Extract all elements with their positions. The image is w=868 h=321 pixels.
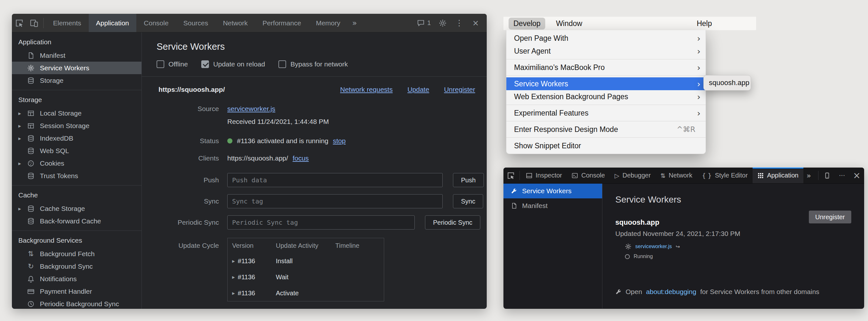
menu-item-show-snippet-editor[interactable]: Show Snippet Editor [506,139,706,152]
serviceworker-file-link[interactable]: serviceworker.js [227,105,275,113]
focus-link[interactable]: focus [292,154,309,162]
service-worker-details: https://squoosh.app/ Network requests Up… [142,77,487,309]
page-title: Service Workers [157,41,475,52]
disclosure-triangle-icon[interactable]: ▸ [232,290,235,296]
settings-button[interactable] [435,19,450,27]
tab-console[interactable]: Console [136,14,176,32]
tab-performance[interactable]: Performance [255,14,308,32]
network-requests-link[interactable]: Network requests [340,86,393,94]
sidebar-item-back-forward-cache[interactable]: Back-forward Cache [12,215,142,227]
sidebar-item-service-workers[interactable]: Service Workers [12,62,142,74]
jump-to-debugger-icon[interactable]: ↪ [676,244,680,250]
more-tools-button[interactable]: » [803,168,814,183]
sidebar-item-cache-storage[interactable]: ▸ Cache Storage [12,202,142,215]
menu-item-experimental-features[interactable]: Experimental Features › [506,107,706,119]
menu-item-label: Web Extension Background Pages [514,93,628,101]
menu-item-web-extension-background-pages[interactable]: Web Extension Background Pages › [506,90,706,103]
unregister-link[interactable]: Unregister [444,86,475,94]
menubar-item-window[interactable]: Window [551,17,587,30]
sidebar-item-cookies[interactable]: ▸ Cookies [12,157,142,170]
sidebar-section-background-services: Background Services ⇅ Background Fetch ↻… [12,231,142,309]
menu-item-open-page-with[interactable]: Open Page With › [506,32,706,45]
close-devtools-button[interactable]: × [849,168,864,183]
sidebar-item-service-workers[interactable]: Service Workers [503,184,602,199]
disclosure-triangle-icon[interactable]: ▸ [18,160,27,167]
sidebar-item-periodic-background-sync[interactable]: Periodic Background Sync [12,297,142,309]
about-debugging-link[interactable]: about:debugging [646,288,696,296]
more-tabs-button[interactable]: » [347,14,361,32]
responsive-design-mode-button[interactable] [820,168,835,183]
disclosure-triangle-icon[interactable]: ▸ [18,122,27,129]
disclosure-triangle-icon[interactable]: ▸ [18,110,27,116]
disclosure-triangle-icon[interactable]: ▸ [232,258,235,264]
tab-memory[interactable]: Memory [309,14,348,32]
checkbox-label: Bypass for network [290,60,348,68]
column-header-update-activity: Update Activity [276,242,335,249]
disclosure-triangle-icon[interactable]: ▸ [18,135,27,142]
sidebar-item-storage[interactable]: Storage [12,74,142,87]
update-link[interactable]: Update [407,86,429,94]
sidebar-item-background-sync[interactable]: ↻ Background Sync [12,260,142,273]
tab-elements[interactable]: Elements [45,14,89,32]
sidebar-item-payment-handler[interactable]: Payment Handler [12,285,142,297]
sidebar-item-manifest[interactable]: Manifest [12,49,142,62]
tab-sources[interactable]: Sources [176,14,215,32]
menubar-item-help[interactable]: Help [692,17,717,30]
submenu-item-squoosh-app[interactable]: squoosh.app [709,79,749,87]
disclosure-triangle-icon[interactable]: ▸ [232,274,235,280]
devtools-meatball-menu-button[interactable]: ··· [835,168,849,183]
tab-label: Network [669,172,692,179]
offline-checkbox[interactable]: Offline [157,60,188,68]
menu-item-label: Experimental Features [514,109,588,117]
stop-link[interactable]: stop [333,137,346,145]
push-button[interactable]: Push [453,173,484,187]
menubar-item-develop[interactable]: Develop [508,17,545,30]
sidebar-item-web-sql[interactable]: Web SQL [12,144,142,157]
menu-item-enter-responsive-design-mode[interactable]: Enter Responsive Design Mode ^⌘R [506,123,706,136]
sync-button[interactable]: Sync [453,194,483,208]
service-workers-pane: Service Workers Offline Update on reload… [142,32,487,309]
sidebar-item-trust-tokens[interactable]: Trust Tokens [12,170,142,182]
tab-inspector[interactable]: Inspector [521,168,567,183]
sidebar-item-session-storage[interactable]: ▸ Session Storage [12,119,142,132]
tab-network[interactable]: ⇅ Network [655,168,697,183]
unregister-button[interactable]: Unregister [809,211,851,223]
tab-application[interactable]: Application [89,14,136,32]
origin-url: https://squoosh.app/ [158,86,225,94]
periodic-sync-tag-input[interactable] [227,215,415,229]
menu-separator [506,105,706,105]
submenu-chevron-icon: › [697,109,701,117]
menu-item-macbook-pro[interactable]: Maximiliano’s MacBook Pro › [506,61,706,74]
serviceworker-file-link[interactable]: serviceworker.js [635,244,672,249]
menu-item-user-agent[interactable]: User Agent › [506,45,706,58]
menu-item-service-workers[interactable]: Service Workers › [506,77,706,90]
payment-card-icon [27,287,35,296]
periodic-sync-button[interactable]: Periodic Sync [425,215,480,229]
push-data-input[interactable] [227,173,443,187]
sidebar-item-notifications[interactable]: Notifications [12,273,142,285]
tab-console[interactable]: Console [567,168,610,183]
activity-cell: Activate [276,290,335,297]
tab-network[interactable]: Network [215,14,255,32]
source-row: Source serviceworker.js [142,105,487,113]
issues-counter-button[interactable]: 1 [414,19,434,27]
disclosure-triangle-icon[interactable]: ▸ [18,206,27,212]
update-on-reload-checkbox[interactable]: Update on reload [201,60,265,68]
sidebar-item-indexeddb[interactable]: ▸ IndexedDB [12,132,142,144]
tab-style-editor[interactable]: { } Style Editor [697,168,752,183]
inspect-element-button[interactable] [12,14,27,32]
bypass-for-network-checkbox[interactable]: Bypass for network [278,60,348,68]
network-arrows-icon: ⇅ [660,172,665,179]
sidebar-item-label: IndexedDB [40,135,73,142]
devtools-menu-button[interactable]: ⋮ [452,18,467,28]
sync-tag-input[interactable] [227,194,443,208]
device-toolbar-button[interactable] [27,14,41,32]
close-devtools-button[interactable]: × [468,18,483,28]
sidebar-item-background-fetch[interactable]: ⇅ Background Fetch [12,248,142,260]
sidebar-item-manifest[interactable]: Manifest [503,199,602,213]
pick-element-button[interactable] [503,168,518,183]
tab-application[interactable]: Application [752,168,803,183]
sync-arrow-icon: ↻ [27,262,35,270]
tab-debugger[interactable]: ▷ Debugger [610,168,655,183]
sidebar-item-local-storage[interactable]: ▸ Local Storage [12,107,142,119]
